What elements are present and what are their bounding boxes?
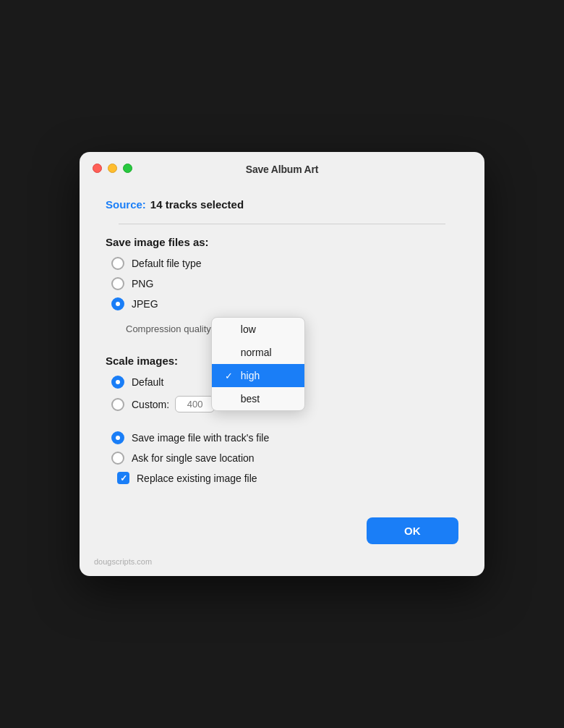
radio-save-with-track-label: Save image file with track's file	[132, 432, 269, 444]
radio-default-filetype-indicator	[111, 257, 124, 270]
radio-jpeg-label: JPEG	[132, 298, 158, 310]
checkbox-replace-existing-label: Replace existing image file	[137, 473, 257, 484]
custom-pixels-input[interactable]	[175, 396, 215, 412]
footer-text: dougscripts.com	[94, 557, 152, 566]
dropdown-option-normal-label: normal	[241, 347, 272, 358]
radio-jpeg-indicator	[111, 297, 124, 310]
save-image-section-title: Save image files as:	[106, 236, 458, 248]
footer: dougscripts.com	[80, 557, 484, 576]
checkmark-high: ✓	[225, 371, 235, 381]
source-row: Source: 14 tracks selected	[106, 198, 458, 211]
maximize-button[interactable]	[123, 164, 132, 173]
checkbox-replace-existing[interactable]: Replace existing image file	[117, 472, 458, 484]
window-title: Save Album Art	[246, 164, 318, 175]
radio-scale-custom-indicator	[111, 398, 124, 411]
checkbox-replace-existing-indicator	[117, 472, 129, 484]
radio-png[interactable]: PNG	[111, 277, 458, 290]
save-format-group: Default file type PNG JPEG	[111, 257, 458, 310]
dropdown-option-normal[interactable]: normal	[212, 341, 304, 364]
radio-png-indicator	[111, 277, 124, 290]
radio-save-with-track-indicator	[111, 431, 124, 444]
dropdown-option-best-label: best	[241, 393, 260, 405]
dropdown-option-high-label: high	[241, 370, 260, 381]
compression-label: Compression quality	[126, 323, 211, 334]
compression-dropdown-wrapper: high ▼ low normal ✓ high	[218, 321, 269, 337]
compression-dropdown-popup: low normal ✓ high best	[211, 317, 305, 411]
actions-area: OK	[80, 510, 484, 557]
radio-scale-default-indicator	[111, 376, 124, 389]
main-window: Save Album Art Source: 14 tracks selecte…	[80, 152, 484, 576]
radio-ask-location-indicator	[111, 452, 124, 465]
radio-default-filetype[interactable]: Default file type	[111, 257, 458, 270]
radio-scale-default-label: Default	[132, 376, 163, 388]
dropdown-option-low[interactable]: low	[212, 318, 304, 341]
dropdown-option-best[interactable]: best	[212, 387, 304, 410]
source-label: Source:	[106, 198, 146, 211]
radio-scale-custom-label: Custom:	[132, 399, 169, 410]
compression-row: Compression quality high ▼ low normal	[126, 321, 458, 337]
save-options-section: Save image file with track's file Ask fo…	[111, 431, 458, 484]
dropdown-option-high[interactable]: ✓ high	[212, 364, 304, 387]
ok-button[interactable]: OK	[367, 517, 458, 544]
radio-ask-location-label: Ask for single save location	[132, 452, 255, 464]
titlebar: Save Album Art	[80, 152, 484, 185]
close-button[interactable]	[93, 164, 102, 173]
radio-jpeg[interactable]: JPEG	[111, 297, 458, 310]
source-value: 14 tracks selected	[150, 198, 244, 211]
minimize-button[interactable]	[108, 164, 117, 173]
dropdown-option-low-label: low	[241, 323, 256, 335]
content-area: Source: 14 tracks selected Save image fi…	[80, 185, 484, 510]
radio-png-label: PNG	[132, 278, 153, 289]
traffic-lights	[93, 164, 132, 173]
radio-ask-location[interactable]: Ask for single save location	[111, 452, 458, 465]
radio-save-with-track[interactable]: Save image file with track's file	[111, 431, 458, 444]
radio-default-filetype-label: Default file type	[132, 258, 202, 269]
